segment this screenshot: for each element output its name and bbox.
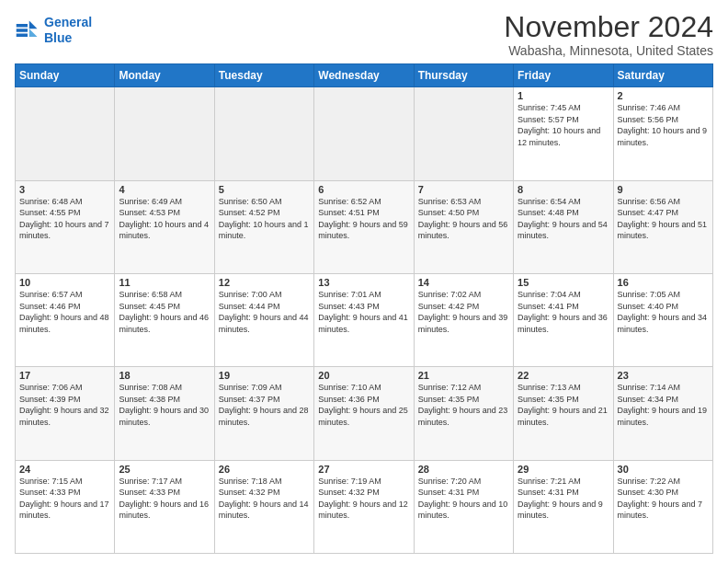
week-row-1: 1Sunrise: 7:45 AM Sunset: 5:57 PM Daylig…	[16, 87, 713, 180]
header: General Blue November 2024 Wabasha, Minn…	[15, 11, 713, 58]
day-number: 30	[618, 464, 709, 475]
day-info: Sunrise: 6:56 AM Sunset: 4:47 PM Dayligh…	[618, 196, 709, 242]
day-info: Sunrise: 7:05 AM Sunset: 4:40 PM Dayligh…	[618, 289, 709, 335]
header-sunday: Sunday	[16, 64, 115, 87]
calendar-cell: 17Sunrise: 7:06 AM Sunset: 4:39 PM Dayli…	[16, 367, 115, 460]
calendar-cell: 26Sunrise: 7:18 AM Sunset: 4:32 PM Dayli…	[214, 460, 313, 553]
svg-rect-5	[17, 33, 28, 37]
calendar-cell: 2Sunrise: 7:46 AM Sunset: 5:56 PM Daylig…	[613, 87, 712, 180]
day-number: 22	[518, 370, 609, 381]
day-number: 23	[618, 370, 709, 381]
calendar-cell: 20Sunrise: 7:10 AM Sunset: 4:36 PM Dayli…	[314, 367, 414, 460]
svg-rect-3	[17, 24, 28, 28]
day-info: Sunrise: 7:22 AM Sunset: 4:30 PM Dayligh…	[618, 476, 709, 522]
day-info: Sunrise: 7:46 AM Sunset: 5:56 PM Dayligh…	[618, 102, 709, 148]
day-info: Sunrise: 7:17 AM Sunset: 4:33 PM Dayligh…	[119, 476, 210, 522]
calendar-cell: 24Sunrise: 7:15 AM Sunset: 4:33 PM Dayli…	[16, 460, 115, 553]
subtitle: Wabasha, Minnesota, United States	[504, 43, 713, 58]
calendar-cell: 8Sunrise: 6:54 AM Sunset: 4:48 PM Daylig…	[514, 180, 613, 273]
day-info: Sunrise: 7:20 AM Sunset: 4:31 PM Dayligh…	[418, 476, 509, 522]
calendar-cell	[16, 87, 115, 180]
header-tuesday: Tuesday	[214, 64, 313, 87]
day-number: 1	[518, 90, 609, 101]
day-number: 3	[19, 184, 110, 195]
day-info: Sunrise: 6:50 AM Sunset: 4:52 PM Dayligh…	[219, 196, 310, 242]
day-number: 20	[318, 370, 409, 381]
day-number: 13	[318, 277, 409, 288]
logo-text: General Blue	[44, 15, 92, 46]
day-number: 17	[19, 370, 110, 381]
calendar-cell: 7Sunrise: 6:53 AM Sunset: 4:50 PM Daylig…	[414, 180, 513, 273]
calendar-cell: 10Sunrise: 6:57 AM Sunset: 4:46 PM Dayli…	[16, 273, 115, 366]
day-info: Sunrise: 7:12 AM Sunset: 4:35 PM Dayligh…	[418, 382, 509, 428]
calendar-cell: 18Sunrise: 7:08 AM Sunset: 4:38 PM Dayli…	[115, 367, 214, 460]
calendar-table: SundayMondayTuesdayWednesdayThursdayFrid…	[15, 63, 713, 554]
day-info: Sunrise: 6:48 AM Sunset: 4:55 PM Dayligh…	[19, 196, 110, 242]
day-info: Sunrise: 7:09 AM Sunset: 4:37 PM Dayligh…	[219, 382, 310, 428]
day-number: 5	[219, 184, 310, 195]
day-number: 6	[318, 184, 409, 195]
calendar-cell: 23Sunrise: 7:14 AM Sunset: 4:34 PM Dayli…	[613, 367, 712, 460]
calendar-cell: 29Sunrise: 7:21 AM Sunset: 4:31 PM Dayli…	[514, 460, 613, 553]
day-number: 11	[119, 277, 210, 288]
day-info: Sunrise: 6:54 AM Sunset: 4:48 PM Dayligh…	[518, 196, 609, 242]
day-number: 14	[418, 277, 509, 288]
calendar-header-row: SundayMondayTuesdayWednesdayThursdayFrid…	[16, 64, 713, 87]
week-row-2: 3Sunrise: 6:48 AM Sunset: 4:55 PM Daylig…	[16, 180, 713, 273]
day-info: Sunrise: 7:19 AM Sunset: 4:32 PM Dayligh…	[318, 476, 409, 522]
day-number: 10	[19, 277, 110, 288]
calendar-cell: 5Sunrise: 6:50 AM Sunset: 4:52 PM Daylig…	[214, 180, 313, 273]
calendar-cell: 1Sunrise: 7:45 AM Sunset: 5:57 PM Daylig…	[514, 87, 613, 180]
day-number: 2	[618, 90, 709, 101]
calendar-cell: 12Sunrise: 7:00 AM Sunset: 4:44 PM Dayli…	[214, 273, 313, 366]
calendar-cell: 15Sunrise: 7:04 AM Sunset: 4:41 PM Dayli…	[514, 273, 613, 366]
month-title: November 2024	[504, 11, 713, 43]
day-info: Sunrise: 6:49 AM Sunset: 4:53 PM Dayligh…	[119, 196, 210, 242]
header-monday: Monday	[115, 64, 214, 87]
calendar-cell	[214, 87, 313, 180]
day-info: Sunrise: 7:02 AM Sunset: 4:42 PM Dayligh…	[418, 289, 509, 335]
day-number: 16	[618, 277, 709, 288]
day-info: Sunrise: 7:01 AM Sunset: 4:43 PM Dayligh…	[318, 289, 409, 335]
svg-rect-4	[17, 29, 28, 32]
calendar-cell	[414, 87, 513, 180]
day-info: Sunrise: 7:13 AM Sunset: 4:35 PM Dayligh…	[518, 382, 609, 428]
day-number: 21	[418, 370, 509, 381]
day-info: Sunrise: 7:21 AM Sunset: 4:31 PM Dayligh…	[518, 476, 609, 522]
week-row-4: 17Sunrise: 7:06 AM Sunset: 4:39 PM Dayli…	[16, 367, 713, 460]
calendar-cell: 25Sunrise: 7:17 AM Sunset: 4:33 PM Dayli…	[115, 460, 214, 553]
day-number: 25	[119, 464, 210, 475]
calendar-cell: 30Sunrise: 7:22 AM Sunset: 4:30 PM Dayli…	[613, 460, 712, 553]
week-row-3: 10Sunrise: 6:57 AM Sunset: 4:46 PM Dayli…	[16, 273, 713, 366]
title-block: November 2024 Wabasha, Minnesota, United…	[504, 11, 713, 58]
calendar-cell: 19Sunrise: 7:09 AM Sunset: 4:37 PM Dayli…	[214, 367, 313, 460]
calendar-cell: 22Sunrise: 7:13 AM Sunset: 4:35 PM Dayli…	[514, 367, 613, 460]
day-number: 15	[518, 277, 609, 288]
calendar-cell: 9Sunrise: 6:56 AM Sunset: 4:47 PM Daylig…	[613, 180, 712, 273]
day-number: 19	[219, 370, 310, 381]
calendar-cell	[115, 87, 214, 180]
logo: General Blue	[15, 15, 92, 46]
day-number: 24	[19, 464, 110, 475]
day-info: Sunrise: 7:15 AM Sunset: 4:33 PM Dayligh…	[19, 476, 110, 522]
calendar-cell: 21Sunrise: 7:12 AM Sunset: 4:35 PM Dayli…	[414, 367, 513, 460]
day-info: Sunrise: 7:04 AM Sunset: 4:41 PM Dayligh…	[518, 289, 609, 335]
day-number: 29	[518, 464, 609, 475]
calendar-cell: 4Sunrise: 6:49 AM Sunset: 4:53 PM Daylig…	[115, 180, 214, 273]
calendar-cell: 28Sunrise: 7:20 AM Sunset: 4:31 PM Dayli…	[414, 460, 513, 553]
calendar-cell: 11Sunrise: 6:58 AM Sunset: 4:45 PM Dayli…	[115, 273, 214, 366]
calendar-cell: 16Sunrise: 7:05 AM Sunset: 4:40 PM Dayli…	[613, 273, 712, 366]
day-info: Sunrise: 7:14 AM Sunset: 4:34 PM Dayligh…	[618, 382, 709, 428]
day-info: Sunrise: 6:53 AM Sunset: 4:50 PM Dayligh…	[418, 196, 509, 242]
day-number: 27	[318, 464, 409, 475]
calendar-cell: 3Sunrise: 6:48 AM Sunset: 4:55 PM Daylig…	[16, 180, 115, 273]
week-row-5: 24Sunrise: 7:15 AM Sunset: 4:33 PM Dayli…	[16, 460, 713, 553]
day-info: Sunrise: 7:45 AM Sunset: 5:57 PM Dayligh…	[518, 102, 609, 148]
day-number: 28	[418, 464, 509, 475]
day-info: Sunrise: 6:58 AM Sunset: 4:45 PM Dayligh…	[119, 289, 210, 335]
header-saturday: Saturday	[613, 64, 712, 87]
day-number: 12	[219, 277, 310, 288]
day-info: Sunrise: 7:08 AM Sunset: 4:38 PM Dayligh…	[119, 382, 210, 428]
day-info: Sunrise: 6:52 AM Sunset: 4:51 PM Dayligh…	[318, 196, 409, 242]
day-number: 9	[618, 184, 709, 195]
